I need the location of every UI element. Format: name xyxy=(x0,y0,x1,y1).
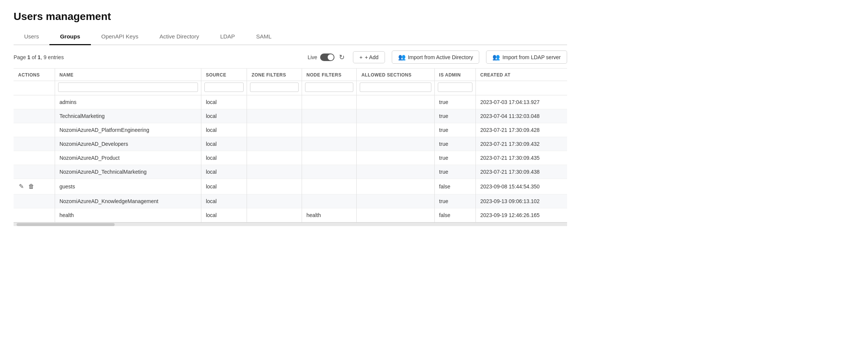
cell-is-admin: true xyxy=(434,194,475,208)
cell-created-at: 2023-09-19 12:46:26.165 xyxy=(475,208,567,222)
filter-zone-cell xyxy=(247,81,302,95)
cell-is-admin: true xyxy=(434,123,475,137)
cell-allowed-sections xyxy=(357,109,434,123)
cell-zone-filters xyxy=(247,151,302,165)
cell-allowed-sections xyxy=(357,179,434,194)
cell-node-filters xyxy=(302,194,357,208)
cell-allowed-sections xyxy=(357,137,434,151)
cell-allowed-sections xyxy=(357,123,434,137)
col-header-name: NAME xyxy=(55,69,201,81)
filter-source-cell xyxy=(201,81,247,95)
tab-groups[interactable]: Groups xyxy=(49,29,90,45)
cell-actions xyxy=(14,194,55,208)
col-header-node: NODE FILTERS xyxy=(302,69,357,81)
import-ad-button[interactable]: 👥 Import from Active Directory xyxy=(392,50,480,64)
cell-allowed-sections xyxy=(357,194,434,208)
table-filter-row xyxy=(14,81,567,95)
cell-created-at: 2023-09-08 15:44:54.350 xyxy=(475,179,567,194)
cell-source: local xyxy=(201,123,247,137)
col-header-zone: ZONE FILTERS xyxy=(247,69,302,81)
filter-node-input[interactable] xyxy=(305,83,354,92)
add-button[interactable]: + + Add xyxy=(353,51,385,63)
cell-node-filters xyxy=(302,165,357,179)
cell-name: NozomiAzureAD_Developers xyxy=(55,137,201,151)
delete-button[interactable]: 🗑 xyxy=(28,183,35,190)
toolbar: Page 1 of 1, 9 entries Live ↻ + + Add 👥 … xyxy=(14,45,567,69)
table-row: ✎ 🗑 guestslocalfalse2023-09-08 15:44:54.… xyxy=(14,179,567,194)
refresh-button[interactable]: ↻ xyxy=(337,53,346,61)
cell-created-at: 2023-07-21 17:30:09.428 xyxy=(475,123,567,137)
import-ldap-button[interactable]: 👥 Import from LDAP server xyxy=(486,50,567,64)
table-row: NozomiAzureAD_PlatformEngineeringlocaltr… xyxy=(14,123,567,137)
cell-actions xyxy=(14,123,55,137)
groups-table-container: ACTIONS NAME SOURCE ZONE FILTERS NODE FI… xyxy=(14,69,567,226)
cell-created-at: 2023-07-21 17:30:09.435 xyxy=(475,151,567,165)
tab-saml[interactable]: SAML xyxy=(245,29,282,45)
import-ad-label: Import from Active Directory xyxy=(408,54,473,60)
cell-source: local xyxy=(201,208,247,222)
cell-node-filters xyxy=(302,137,357,151)
col-header-source: SOURCE xyxy=(201,69,247,81)
filter-actions xyxy=(14,81,55,95)
cell-zone-filters xyxy=(247,109,302,123)
filter-name-input[interactable] xyxy=(58,83,198,92)
filter-source-input[interactable] xyxy=(204,83,244,92)
cell-name: NozomiAzureAD_TechnicalMarketing xyxy=(55,165,201,179)
cell-created-at: 2023-09-13 09:06:13.102 xyxy=(475,194,567,208)
tab-activedir[interactable]: Active Directory xyxy=(149,29,210,45)
live-toggle-container: Live ↻ xyxy=(308,53,347,61)
tab-openapi[interactable]: OpenAPI Keys xyxy=(91,29,149,45)
groups-table: ACTIONS NAME SOURCE ZONE FILTERS NODE FI… xyxy=(14,69,567,222)
cell-zone-filters xyxy=(247,95,302,109)
cell-zone-filters xyxy=(247,165,302,179)
cell-node-filters: health xyxy=(302,208,357,222)
cell-node-filters xyxy=(302,179,357,194)
table-row: NozomiAzureAD_Productlocaltrue2023-07-21… xyxy=(14,151,567,165)
live-toggle-switch[interactable] xyxy=(320,54,334,61)
filter-name-cell xyxy=(55,81,201,95)
add-label: + Add xyxy=(365,54,379,60)
table-row: TechnicalMarketinglocaltrue2023-07-04 11… xyxy=(14,109,567,123)
cell-is-admin: true xyxy=(434,95,475,109)
filter-zone-input[interactable] xyxy=(250,83,299,92)
cell-zone-filters xyxy=(247,137,302,151)
cell-created-at: 2023-07-03 17:04:13.927 xyxy=(475,95,567,109)
cell-zone-filters xyxy=(247,179,302,194)
filter-sections-input[interactable] xyxy=(360,83,431,92)
filter-created-cell xyxy=(475,81,567,95)
filter-node-cell xyxy=(302,81,357,95)
add-icon: + xyxy=(359,54,362,60)
cell-created-at: 2023-07-21 17:30:09.432 xyxy=(475,137,567,151)
tab-users[interactable]: Users xyxy=(14,29,49,45)
cell-is-admin: true xyxy=(434,151,475,165)
cell-zone-filters xyxy=(247,194,302,208)
cell-source: local xyxy=(201,194,247,208)
cell-name: admins xyxy=(55,95,201,109)
cell-node-filters xyxy=(302,123,357,137)
cell-name: TechnicalMarketing xyxy=(55,109,201,123)
cell-actions xyxy=(14,151,55,165)
table-row: healthlocalhealthfalse2023-09-19 12:46:2… xyxy=(14,208,567,222)
cell-actions xyxy=(14,109,55,123)
table-row: NozomiAzureAD_KnowledgeManagementlocaltr… xyxy=(14,194,567,208)
tab-ldap[interactable]: LDAP xyxy=(210,29,245,45)
table-row: NozomiAzureAD_Developerslocaltrue2023-07… xyxy=(14,137,567,151)
cell-name: NozomiAzureAD_Product xyxy=(55,151,201,165)
cell-node-filters xyxy=(302,109,357,123)
cell-allowed-sections xyxy=(357,208,434,222)
edit-button[interactable]: ✎ xyxy=(18,183,25,190)
table-header-row: ACTIONS NAME SOURCE ZONE FILTERS NODE FI… xyxy=(14,69,567,81)
cell-name: health xyxy=(55,208,201,222)
cell-name: guests xyxy=(55,179,201,194)
page-title: Users management xyxy=(14,11,567,23)
horizontal-scrollbar[interactable] xyxy=(17,223,115,226)
col-header-admin: IS ADMIN xyxy=(434,69,475,81)
col-header-created: CREATED AT xyxy=(475,69,567,81)
table-row: adminslocaltrue2023-07-03 17:04:13.927 xyxy=(14,95,567,109)
scrollbar-area[interactable] xyxy=(14,222,567,226)
filter-admin-cell xyxy=(434,81,475,95)
cell-actions xyxy=(14,165,55,179)
filter-admin-input[interactable] xyxy=(438,83,472,92)
import-ad-icon: 👥 xyxy=(398,54,406,61)
cell-source: local xyxy=(201,109,247,123)
